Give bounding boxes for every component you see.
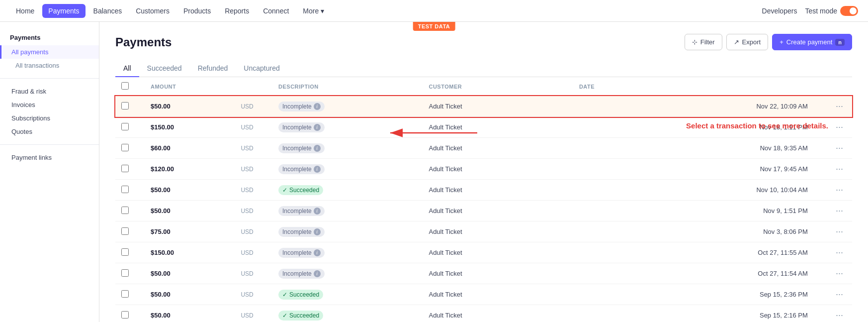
table-row[interactable]: $50.00 USD ✓ Succeeded Adult Ticket Sep … (115, 305, 852, 322)
row-currency: USD (235, 180, 272, 201)
row-customer (573, 180, 694, 201)
info-icon: i (314, 228, 321, 235)
table-row[interactable]: $75.00 USD Incomplete i Adult Ticket Nov… (115, 221, 852, 242)
nav-balances[interactable]: Balances (87, 4, 128, 18)
nav-developers[interactable]: Developers (762, 7, 797, 15)
row-more-button[interactable]: ··· (833, 309, 846, 321)
row-date: Sep 15, 2:16 PM (694, 305, 814, 322)
row-date: Nov 3, 8:06 PM (694, 221, 814, 242)
row-actions-cell: ··· (814, 242, 852, 263)
sidebar-item-fraud-risk[interactable]: Fraud & risk (0, 85, 99, 98)
nav-connect[interactable]: Connect (257, 4, 295, 18)
test-mode-toggle[interactable]: Test mode (805, 6, 858, 16)
row-status: Incomplete i (272, 138, 423, 159)
row-checkbox[interactable] (121, 227, 129, 235)
select-all-checkbox[interactable] (121, 82, 129, 90)
sidebar-item-payment-links[interactable]: Payment links (0, 151, 99, 164)
row-amount: $150.00 (145, 242, 235, 263)
row-status: Incomplete i (272, 221, 423, 242)
table-row[interactable]: $50.00 USD Incomplete i Adult Ticket Oct… (115, 263, 852, 284)
row-checkbox[interactable] (121, 269, 129, 277)
row-more-button[interactable]: ··· (833, 288, 846, 300)
export-icon: ↗ (734, 38, 739, 46)
row-more-button[interactable]: ··· (833, 205, 846, 216)
tab-all[interactable]: All (115, 60, 139, 77)
export-button[interactable]: ↗ Export (726, 34, 769, 50)
row-more-button[interactable]: ··· (833, 225, 846, 237)
create-payment-button[interactable]: + Create payment n (772, 34, 852, 50)
status-badge: Incomplete i (278, 164, 325, 174)
status-badge: ✓ Succeeded (278, 311, 323, 321)
row-amount: $50.00 (145, 284, 235, 305)
tab-refunded[interactable]: Refunded (190, 60, 236, 77)
tab-succeeded[interactable]: Succeeded (139, 60, 190, 77)
tab-uncaptured[interactable]: Uncaptured (236, 60, 287, 77)
row-checkbox-cell (115, 117, 145, 138)
nav-payments[interactable]: Payments (42, 4, 85, 18)
row-customer (573, 96, 694, 117)
table-row[interactable]: $50.00 USD ✓ Succeeded Adult Ticket Sep … (115, 284, 852, 305)
row-more-button[interactable]: ··· (833, 184, 846, 196)
sidebar-item-invoices[interactable]: Invoices (0, 98, 99, 111)
row-checkbox[interactable] (121, 123, 129, 130)
row-more-button[interactable]: ··· (833, 121, 846, 133)
row-more-button[interactable]: ··· (833, 100, 846, 112)
row-actions-cell: ··· (814, 138, 852, 159)
row-customer (573, 201, 694, 221)
filter-button[interactable]: ⊹ Filter (685, 34, 722, 50)
sidebar-item-subscriptions[interactable]: Subscriptions (0, 111, 99, 125)
row-date: Nov 18, 9:35 AM (694, 138, 814, 159)
info-icon: i (314, 208, 321, 215)
nav-home[interactable]: Home (10, 4, 40, 18)
row-currency: USD (235, 242, 272, 263)
row-checkbox[interactable] (121, 186, 129, 193)
row-description: Adult Ticket (423, 242, 573, 263)
row-currency: USD (235, 138, 272, 159)
row-checkbox[interactable] (121, 144, 129, 151)
sidebar-item-all-payments[interactable]: All payments (0, 45, 99, 59)
table-row[interactable]: $150.00 USD Incomplete i Adult Ticket No… (115, 117, 852, 138)
info-icon: i (314, 103, 321, 110)
row-amount: $50.00 (145, 263, 235, 284)
row-currency: USD (235, 263, 272, 284)
row-status: Incomplete i (272, 96, 423, 117)
nav-products[interactable]: Products (177, 4, 217, 18)
row-checkbox[interactable] (121, 248, 129, 256)
row-amount: $50.00 (145, 180, 235, 201)
sidebar-item-all-transactions[interactable]: All transactions (0, 59, 99, 72)
table-row[interactable]: $50.00 USD Incomplete i Adult Ticket Nov… (115, 96, 852, 117)
table-row[interactable]: $150.00 USD Incomplete i Adult Ticket Oc… (115, 242, 852, 263)
row-more-button[interactable]: ··· (833, 246, 846, 258)
row-actions-cell: ··· (814, 305, 852, 322)
row-customer (573, 242, 694, 263)
table-header-row: AMOUNT DESCRIPTION CUSTOMER DATE (115, 77, 852, 96)
row-checkbox[interactable] (121, 207, 129, 214)
nav-customers[interactable]: Customers (130, 4, 175, 18)
sidebar-item-quotes[interactable]: Quotes (0, 125, 99, 138)
row-checkbox-cell (115, 263, 145, 284)
nav-reports[interactable]: Reports (219, 4, 255, 18)
row-date: Nov 22, 10:09 AM (694, 96, 814, 117)
row-more-button[interactable]: ··· (833, 142, 846, 154)
row-date: Nov 9, 1:51 PM (694, 201, 814, 221)
table-row[interactable]: $120.00 USD Incomplete i Adult Ticket No… (115, 159, 852, 180)
row-checkbox[interactable] (121, 311, 129, 319)
row-checkbox[interactable] (121, 290, 129, 298)
row-more-button[interactable]: ··· (833, 267, 846, 279)
table-row[interactable]: $50.00 USD Incomplete i Adult Ticket Nov… (115, 201, 852, 221)
row-currency: USD (235, 96, 272, 117)
row-checkbox[interactable] (121, 102, 129, 109)
sidebar-section-title: Payments (0, 32, 99, 45)
test-mode-switch[interactable] (840, 6, 858, 16)
row-description: Adult Ticket (423, 221, 573, 242)
row-description: Adult Ticket (423, 180, 573, 201)
row-actions-cell: ··· (814, 159, 852, 180)
table-row[interactable]: $50.00 USD ✓ Succeeded Adult Ticket Nov … (115, 180, 852, 201)
nav-more[interactable]: More ▾ (297, 4, 330, 18)
row-more-button[interactable]: ··· (833, 163, 846, 175)
table-row[interactable]: $60.00 USD Incomplete i Adult Ticket Nov… (115, 138, 852, 159)
row-checkbox-cell (115, 96, 145, 117)
row-status: Incomplete i (272, 159, 423, 180)
row-checkbox[interactable] (121, 165, 129, 172)
check-icon: ✓ (282, 187, 287, 194)
